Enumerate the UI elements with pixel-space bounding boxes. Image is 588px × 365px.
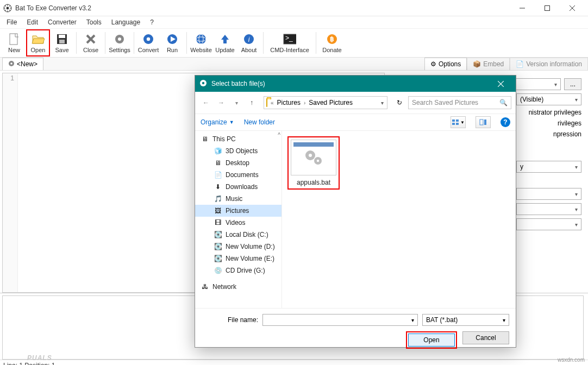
tree-local-disk-c[interactable]: 💽Local Disk (C:) <box>195 229 282 241</box>
close-file-button[interactable]: Close <box>79 29 103 56</box>
option-dropdown[interactable]: ▾ <box>516 203 581 215</box>
open-button[interactable]: Open <box>26 29 50 56</box>
tree-downloads[interactable]: ⬇Downloads <box>195 181 282 193</box>
gear-icon <box>113 33 126 46</box>
dialog-open-button[interactable]: Open <box>408 333 455 347</box>
network-icon: 🖧 <box>201 282 209 291</box>
tab-version[interactable]: 📄Version information <box>510 58 588 70</box>
tree-cd-drive[interactable]: 💿CD Drive (G:) <box>195 265 282 276</box>
filename-label: File name: <box>202 316 258 324</box>
menu-language[interactable]: Language <box>107 17 145 27</box>
tree-this-pc[interactable]: 🖥This PC <box>195 133 282 145</box>
forward-button[interactable]: → <box>215 96 228 109</box>
svg-rect-42 <box>452 119 455 122</box>
save-button[interactable]: Save <box>50 29 74 56</box>
tree-documents[interactable]: 📄Documents <box>195 169 282 181</box>
donate-button[interactable]: ฿Donate <box>318 29 346 56</box>
open-highlight: Open <box>406 331 457 349</box>
gear-icon <box>199 79 208 88</box>
view-mode-button[interactable]: ▼ <box>451 116 466 128</box>
update-button[interactable]: Update <box>213 29 237 56</box>
filename-input[interactable]: ▾ <box>262 314 418 326</box>
recent-dropdown[interactable]: ▾ <box>230 96 243 109</box>
tree-volume-e[interactable]: 💽New Volume (E:) <box>195 253 282 265</box>
tree-music[interactable]: 🎵Music <box>195 193 282 205</box>
dialog-title-bar: Select batch file(s) <box>195 75 516 92</box>
website-button[interactable]: Website <box>189 29 213 56</box>
visible-dropdown[interactable]: (Visible)▾ <box>516 93 581 105</box>
tree-3d-objects[interactable]: 🧊3D Objects <box>195 145 282 157</box>
svg-text:>_: >_ <box>285 34 293 42</box>
crumb-saved[interactable]: Saved Pictures <box>309 99 353 106</box>
preview-pane-button[interactable] <box>476 116 491 128</box>
folder-tree[interactable]: ^ 🖥This PC 🧊3D Objects 🖥Desktop 📄Documen… <box>195 131 282 308</box>
box-icon: 📦 <box>473 60 481 68</box>
tree-volume-d[interactable]: 💽New Volume (D:) <box>195 241 282 253</box>
new-button[interactable]: New <box>2 29 26 56</box>
desktop-icon: 🖥 <box>214 159 222 167</box>
organize-menu[interactable]: Organize ▼ <box>201 118 234 126</box>
menu-converter[interactable]: Converter <box>43 17 81 27</box>
gear-icon <box>8 60 15 68</box>
menu-tools[interactable]: Tools <box>82 17 106 27</box>
open-folder-icon <box>32 33 45 46</box>
refresh-button[interactable]: ↻ <box>393 96 406 109</box>
svg-point-26 <box>196 34 206 44</box>
minimize-button[interactable] <box>510 0 535 16</box>
tree-desktop[interactable]: 🖥Desktop <box>195 157 282 169</box>
compression-label: npression <box>553 130 581 138</box>
breadcrumb[interactable]: « Pictures › Saved Pictures ▾ <box>264 96 387 109</box>
tab-embed[interactable]: 📦Embed <box>467 58 510 70</box>
convert-button[interactable]: Convert <box>136 29 160 56</box>
save-disk-icon <box>55 33 68 46</box>
drive-icon: 💽 <box>214 230 222 239</box>
document-tab[interactable]: <New> <box>2 58 43 70</box>
cmd-interface-button[interactable]: >_CMD-Interface <box>266 29 314 56</box>
menu-help[interactable]: ? <box>146 17 158 27</box>
browse-button[interactable]: ... <box>564 78 581 90</box>
tree-videos[interactable]: 🎞Videos <box>195 217 282 229</box>
drive-icon: 💽 <box>214 254 222 263</box>
dialog-cancel-button[interactable]: Cancel <box>462 331 509 344</box>
scroll-up-icon[interactable]: ^ <box>278 132 280 138</box>
coin-icon: ฿ <box>326 33 339 46</box>
folder-icon <box>266 99 267 106</box>
tree-network[interactable]: 🖧Network <box>195 281 282 293</box>
crumb-pictures[interactable]: Pictures <box>277 99 301 106</box>
menu-edit[interactable]: Edit <box>22 17 42 27</box>
option-dropdown[interactable]: ▾ <box>516 188 581 200</box>
maximize-button[interactable] <box>535 0 560 16</box>
up-button[interactable]: ↑ <box>245 96 258 109</box>
menu-file[interactable]: File <box>2 17 21 27</box>
line-gutter: 1 <box>3 73 18 292</box>
chevron-down-icon[interactable]: ▾ <box>411 317 414 323</box>
about-button[interactable]: iAbout <box>237 29 261 56</box>
file-list[interactable]: appuals.bat <box>282 131 516 308</box>
drive-icon: 💽 <box>214 242 222 251</box>
file-item[interactable]: appuals.bat <box>287 136 340 190</box>
help-button[interactable]: ? <box>501 117 510 127</box>
settings-button[interactable]: Settings <box>108 29 132 56</box>
file-thumbnail <box>291 140 336 175</box>
dialog-title: Select batch file(s) <box>211 80 490 87</box>
filetype-select[interactable]: BAT (*.bat)▾ <box>422 314 509 326</box>
play-icon <box>166 33 179 46</box>
search-input[interactable]: Search Saved Pictures 🔍 <box>408 96 511 109</box>
close-button[interactable] <box>560 0 585 16</box>
window-title: Bat To Exe Converter v3.2 <box>15 4 510 12</box>
new-folder-button[interactable]: New folder <box>244 118 275 126</box>
pictures-icon: 🖼 <box>214 206 222 215</box>
admin-label: nistrator privileges <box>529 109 581 116</box>
tree-pictures[interactable]: 🖼Pictures <box>195 205 282 217</box>
dialog-toolbar: Organize ▼ New folder ▼ ? <box>195 114 516 131</box>
option-dropdown[interactable]: y▾ <box>516 161 581 173</box>
back-button[interactable]: ← <box>199 96 212 109</box>
tab-options[interactable]: ⚙Options <box>424 58 467 70</box>
dialog-close-button[interactable] <box>490 75 511 92</box>
run-button[interactable]: Run <box>160 29 184 56</box>
chevron-down-icon[interactable]: ▾ <box>380 100 385 106</box>
dialog-nav: ← → ▾ ↑ « Pictures › Saved Pictures ▾ ↻ … <box>195 92 516 114</box>
svg-text:฿: ฿ <box>330 35 334 43</box>
svg-rect-17 <box>59 40 65 43</box>
option-dropdown[interactable]: ▾ <box>516 218 581 230</box>
